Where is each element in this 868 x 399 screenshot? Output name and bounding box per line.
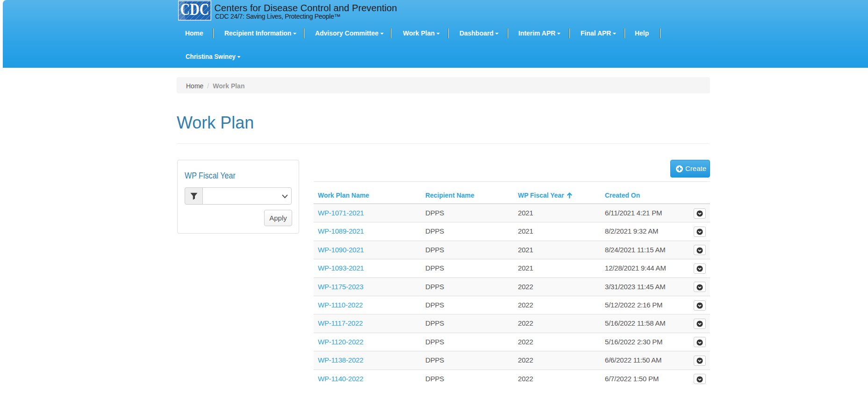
svg-text:CDC: CDC	[180, 0, 209, 19]
